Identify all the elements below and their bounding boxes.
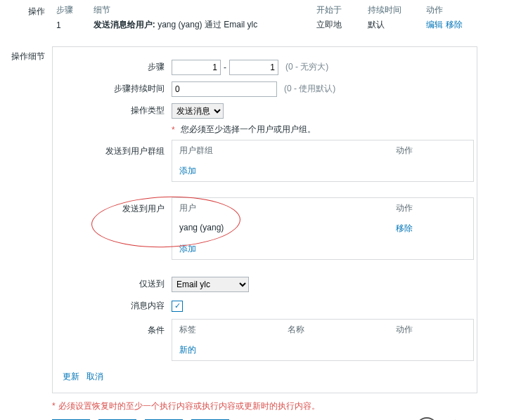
- duration-label: 步骤持续时间: [56, 80, 172, 98]
- cell-detail: 发送消息给用户: yang (yang) 通过 Email ylc: [89, 18, 312, 32]
- must-select-note: 您必须至少选择一个用户或用户组。: [181, 124, 316, 136]
- msgcontent-label: 消息内容: [56, 297, 172, 315]
- user-add-link[interactable]: 添加: [179, 244, 196, 254]
- col-detail: 细节: [89, 3, 312, 18]
- operation-detail-label: 操作细节: [3, 46, 52, 65]
- col-step: 步骤: [52, 3, 89, 18]
- operations-label: 操作: [3, 3, 52, 20]
- user-remove-link[interactable]: 移除: [396, 223, 413, 233]
- group-table: 用户群组 动作 添加: [172, 140, 474, 182]
- operation-detail-box: 步骤 - (0 - 无穷大) 步骤持续时间 (0 - 使用默认) 操作类型: [52, 46, 477, 393]
- col-action: 动作: [422, 3, 488, 18]
- group-add-link[interactable]: 添加: [179, 166, 196, 176]
- step-hint: (0 - 无穷大): [285, 61, 328, 73]
- cell-step: 1: [52, 18, 89, 32]
- remove-link[interactable]: 移除: [446, 20, 463, 29]
- optype-select[interactable]: 发送消息: [172, 103, 224, 119]
- col-start: 开始于: [312, 3, 364, 18]
- required-asterisk: *: [172, 125, 178, 135]
- footer-note: 必须设置恢复时的至少一个执行内容或执行内容或更新时的执行内容。: [58, 401, 320, 411]
- step-label: 步骤: [56, 58, 172, 76]
- sendto-label: 仅送到: [56, 275, 172, 293]
- msgcontent-checkbox[interactable]: ✓: [172, 301, 183, 312]
- group-label: 发送到用户群组: [56, 140, 172, 160]
- cond-col-label: 标签: [172, 320, 281, 340]
- inner-update-link[interactable]: 更新: [63, 371, 79, 383]
- user-col-action: 动作: [389, 198, 473, 218]
- cell-start: 立即地: [312, 18, 364, 32]
- col-duration: 持续时间: [364, 3, 422, 18]
- operations-table: 步骤 细节 开始于 持续时间 动作 1 发送消息给用户: yang (yang)…: [52, 3, 488, 32]
- sendto-select[interactable]: Email ylc: [172, 277, 249, 292]
- condition-label: 条件: [56, 319, 172, 339]
- user-value: yang (yang): [172, 218, 389, 239]
- step-dash: -: [224, 63, 226, 72]
- table-row: 1 发送消息给用户: yang (yang) 通过 Email ylc 立即地 …: [52, 18, 488, 32]
- cond-col-action: 动作: [389, 320, 473, 340]
- step-to-input[interactable]: [229, 60, 278, 75]
- step-from-input[interactable]: [172, 60, 221, 75]
- cell-duration: 默认: [364, 18, 422, 32]
- group-col-name: 用户群组: [172, 140, 389, 161]
- duration-input[interactable]: [172, 81, 277, 97]
- detail-user: yang (yang) 通过 Email ylc: [157, 20, 257, 29]
- user-table: 用户 动作 yang (yang) 移除 添加: [172, 197, 474, 260]
- group-col-action: 动作: [389, 140, 473, 161]
- condition-new-link[interactable]: 新的: [179, 345, 196, 355]
- logo-icon: (X: [416, 417, 438, 420]
- required-asterisk-footer: *: [52, 401, 58, 411]
- cell-actions: 编辑 移除: [422, 18, 488, 32]
- inner-cancel-link[interactable]: 取消: [86, 371, 103, 383]
- cond-col-name: 名称: [281, 320, 389, 340]
- duration-hint: (0 - 使用默认): [284, 83, 335, 95]
- user-label: 发送到用户: [56, 197, 172, 218]
- edit-link[interactable]: 编辑: [426, 20, 443, 29]
- user-col-name: 用户: [172, 198, 389, 218]
- brand-logo: (X 创新互联 CHUANG XIN HU LIAN: [416, 417, 514, 420]
- detail-prefix: 发送消息给用户:: [94, 20, 155, 29]
- condition-table: 标签 名称 动作 新的: [172, 319, 474, 361]
- optype-label: 操作类型: [56, 102, 172, 119]
